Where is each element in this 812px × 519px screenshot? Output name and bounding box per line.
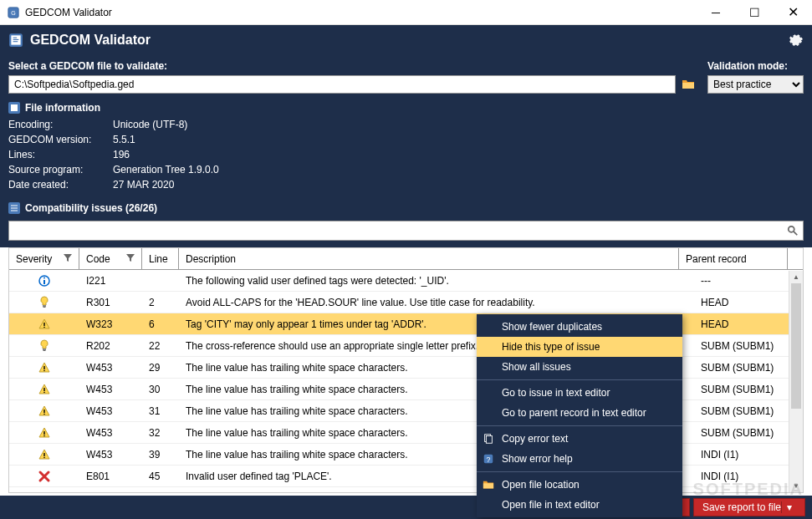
info-value: 27 MAR 2020 [113,179,804,191]
save-report-button[interactable]: Save report to file ▾ [693,498,805,516]
info-label: Encoding: [8,119,113,130]
window-title: GEDCOM Validator [25,7,697,18]
menu-item-label: Show error help [502,453,573,465]
filter-icon[interactable] [126,253,135,265]
svg-point-29 [43,456,45,458]
col-line[interactable]: Line [142,248,179,269]
issue-code: R301 [79,297,142,308]
search-input[interactable] [9,221,783,240]
minimize-button[interactable]: ─ [697,0,735,25]
issue-line: 32 [142,427,179,439]
table-row[interactable]: R3012Avoid ALL-CAPS for the 'HEAD.SOUR' … [9,292,803,313]
menu-item[interactable]: Hide this type of issue [477,337,682,357]
file-path-input[interactable] [8,75,676,94]
issue-parent: INDI (I1) [694,471,803,482]
filter-icon[interactable] [64,253,72,265]
svg-rect-28 [43,453,44,456]
validation-mode-select[interactable]: Best practice [707,75,804,94]
issues-table: Severity Code Line Description Parent re… [8,247,804,493]
gear-icon[interactable] [789,33,804,48]
table-row[interactable]: W45332The line value has trailing white … [9,422,803,444]
search-icon[interactable] [783,225,803,237]
issue-description: Avoid ALL-CAPS for the 'HEAD.SOUR' line … [179,297,694,308]
severity-warn-icon [38,426,51,440]
svg-rect-6 [13,41,18,42]
scrollbar[interactable]: ▲ ▼ [789,271,803,492]
svg-point-17 [43,326,45,328]
menu-item-label: Hide this type of issue [502,341,600,353]
menu-item[interactable]: Show all issues [477,357,682,377]
menu-item-label: Go to parent record in text editor [502,407,646,419]
scroll-up-icon[interactable]: ▲ [789,271,803,283]
table-row[interactable]: I221The following valid user defined tag… [9,270,803,292]
col-code[interactable]: Code [79,248,142,269]
menu-item-label: Show all issues [502,361,571,373]
issue-code: E801 [79,471,142,482]
chevron-down-icon[interactable]: ▾ [781,501,796,513]
svg-rect-15 [43,307,46,308]
info-label: Source program: [8,164,113,176]
issue-parent: SUBM (SUBM1) [694,384,803,395]
app-bar-title: GEDCOM Validator [30,33,789,48]
compat-icon [8,202,20,214]
svg-rect-16 [43,323,44,326]
table-row[interactable]: W45330The line value has trailing white … [9,379,803,400]
menu-separator [477,425,682,426]
menu-item[interactable]: ?Show error help [477,449,682,469]
maximize-button[interactable]: ☐ [735,0,774,25]
table-header: Severity Code Line Description Parent re… [9,248,803,270]
col-description[interactable]: Description [179,248,679,269]
issue-code: W453 [79,427,142,439]
issue-line: 2 [142,297,179,308]
menu-item-label: Copy error text [502,433,568,445]
menu-item[interactable]: Open file location [477,475,682,495]
severity-tip-icon [38,339,51,353]
issue-code: W453 [79,384,142,395]
severity-warn-icon [38,318,51,331]
issue-line: 31 [142,405,179,417]
file-info-section: File information Encoding:Unicode (UTF-8… [0,102,812,199]
menu-item-label: Open file location [502,479,580,491]
help-icon: ? [482,452,495,466]
issue-code: W453 [79,449,142,460]
svg-rect-24 [43,410,44,413]
info-label: Date created: [8,179,113,191]
table-row[interactable]: E80145Invalid user defined tag 'PLACE'.I… [9,466,803,487]
severity-warn-icon [38,448,51,461]
table-row[interactable]: W45329The line value has trailing white … [9,357,803,379]
table-row[interactable]: W45339The line value has trailing white … [9,444,803,466]
bottom-bar: Recheck file Save report to file ▾ [0,496,812,519]
issue-parent: SUBM (SUBM1) [694,427,803,439]
menu-item[interactable]: Copy error text [477,429,682,449]
col-parent[interactable]: Parent record [679,248,788,269]
file-info-header: File information [25,102,100,114]
svg-rect-22 [43,388,44,391]
issue-code: I221 [79,275,142,287]
close-button[interactable]: ✕ [774,0,812,25]
svg-rect-12 [43,280,45,284]
menu-item[interactable]: Go to parent record in text editor [477,403,682,423]
issue-description: The following valid user defined tags we… [179,275,694,287]
menu-item[interactable]: Go to issue in text editor [477,383,682,403]
severity-warn-icon [38,361,51,374]
toolbar: Select a GEDCOM file to validate: Valida… [0,55,812,102]
scroll-down-icon[interactable]: ▼ [789,480,803,492]
table-row[interactable]: W45331The line value has trailing white … [9,400,803,422]
svg-point-10 [789,226,794,232]
info-value: 196 [113,149,804,160]
svg-rect-31 [486,436,492,444]
table-row[interactable]: W3236Tag 'CITY' may only appear 1 times … [9,313,803,335]
issue-line: 30 [142,384,179,395]
scrollbar-thumb[interactable] [791,283,801,409]
svg-rect-20 [43,366,44,369]
table-row[interactable]: R20222The cross-reference should use an … [9,335,803,357]
app-bar: GEDCOM Validator [0,25,812,55]
info-value: Generation Tree 1.9.0.0 [113,164,804,176]
browse-button[interactable] [679,75,697,94]
svg-text:?: ? [487,455,491,464]
menu-item[interactable]: Open file in text editor [477,495,682,515]
menu-item[interactable]: Show fewer duplicates [477,317,682,337]
issue-parent: INDI (I1) [694,449,803,460]
col-severity[interactable]: Severity [9,248,79,269]
file-info-icon [8,102,20,114]
